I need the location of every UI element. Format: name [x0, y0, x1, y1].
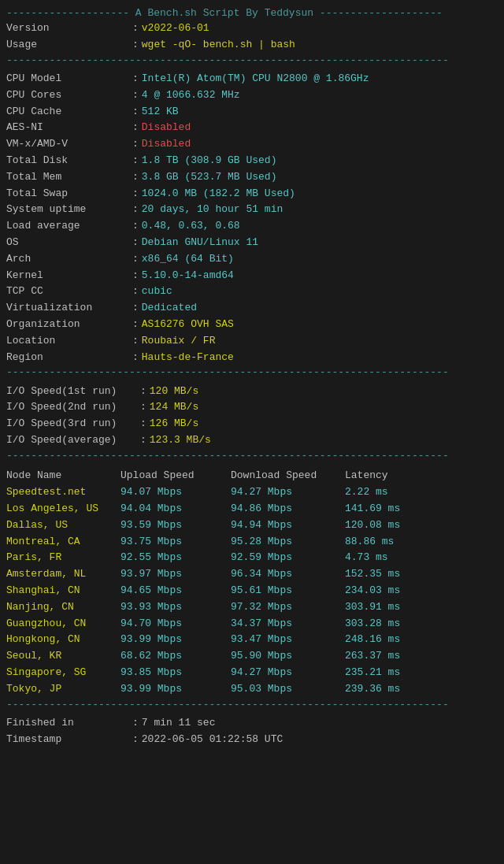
version-label: Version: [6, 20, 132, 37]
network-upload-speed: 93.59 Mbps: [120, 517, 231, 534]
system-row: Region : Hauts-de-France: [6, 350, 498, 366]
network-table-row: Guangzhou, CN94.70 Mbps34.37 Mbps303.28 …: [6, 616, 498, 632]
system-row: VM-x/AMD-V : Disabled: [6, 136, 498, 153]
network-table-row: Singapore, SG93.85 Mbps94.27 Mbps235.21 …: [6, 665, 498, 681]
network-download-speed: 92.59 Mbps: [231, 550, 345, 566]
version-value: v2022-06-01: [142, 20, 209, 37]
network-table-row: Seoul, KR68.62 Mbps95.90 Mbps263.37 ms: [6, 648, 498, 665]
network-latency: 235.21 ms: [345, 665, 424, 681]
system-row: Location : Roubaix / FR: [6, 333, 498, 350]
system-field-value: 4 @ 1066.632 MHz: [142, 87, 240, 104]
system-field-value: 0.48, 0.63, 0.68: [142, 218, 240, 235]
network-upload-speed: 93.93 Mbps: [120, 599, 231, 616]
network-latency: 303.91 ms: [345, 599, 424, 616]
network-table-row: Hongkong, CN93.99 Mbps93.47 Mbps248.16 m…: [6, 632, 498, 648]
system-field-label: Total Mem: [6, 169, 132, 186]
network-download-speed: 34.37 Mbps: [231, 616, 345, 632]
io-speed-value: 124 MB/s: [150, 399, 198, 416]
network-latency: 263.37 ms: [345, 648, 424, 665]
network-latency: 234.03 ms: [345, 583, 424, 599]
system-field-label: CPU Cores: [6, 87, 132, 104]
system-field-label: Total Swap: [6, 186, 132, 202]
footer-row: Timestamp : 2022-06-05 01:22:58 UTC: [6, 732, 498, 748]
network-node-name: Guangzhou, CN: [6, 616, 120, 632]
system-field-label: AES-NI: [6, 120, 132, 136]
system-field-label: OS: [6, 235, 132, 251]
system-divider-bottom: ----------------------------------------…: [6, 365, 498, 380]
footer-field-label: Timestamp: [6, 732, 132, 748]
system-field-value: cubic: [142, 284, 172, 300]
system-field-label: Arch: [6, 251, 132, 268]
header-divider-top: -------------------- A Bench.sh Script B…: [6, 6, 498, 20]
network-node-name: Shanghai, CN: [6, 583, 120, 599]
network-latency: 303.28 ms: [345, 616, 424, 632]
system-row: Kernel : 5.10.0-14-amd64: [6, 268, 498, 284]
network-node-name: Montreal, CA: [6, 534, 120, 551]
system-field-label: CPU Cache: [6, 104, 132, 121]
system-row: CPU Model : Intel(R) Atom(TM) CPU N2800 …: [6, 71, 498, 87]
system-field-label: Virtualization: [6, 300, 132, 317]
version-row: Version : v2022-06-01: [6, 20, 498, 37]
network-table-row: Speedtest.net94.07 Mbps94.27 Mbps2.22 ms: [6, 484, 498, 501]
system-field-value: Disabled: [142, 120, 191, 136]
system-row: Virtualization : Dedicated: [6, 300, 498, 317]
network-latency: 120.08 ms: [345, 517, 424, 534]
system-row: System uptime : 20 days, 10 hour 51 min: [6, 202, 498, 218]
network-latency: 248.16 ms: [345, 632, 424, 648]
system-row: CPU Cores : 4 @ 1066.632 MHz: [6, 87, 498, 104]
system-field-value: 1024.0 MB (182.2 MB Used): [142, 186, 295, 202]
footer-row: Finished in : 7 min 11 sec: [6, 715, 498, 732]
footer-field-value: 2022-06-05 01:22:58 UTC: [142, 732, 283, 748]
network-node-name: Nanjing, CN: [6, 599, 120, 616]
io-divider-bottom: ----------------------------------------…: [6, 449, 498, 463]
io-section: I/O Speed(1st run) : 120 MB/sI/O Speed(2…: [6, 384, 498, 463]
network-download-speed: 94.94 Mbps: [231, 517, 345, 534]
network-node-name: Paris, FR: [6, 550, 120, 566]
network-table-row: Amsterdam, NL93.97 Mbps96.34 Mbps152.35 …: [6, 566, 498, 583]
io-speed-row: I/O Speed(1st run) : 120 MB/s: [6, 384, 498, 400]
header-section: -------------------- A Bench.sh Script B…: [6, 6, 498, 68]
system-row: CPU Cache : 512 KB: [6, 104, 498, 121]
network-node-name: Speedtest.net: [6, 484, 120, 501]
system-field-value: Hauts-de-France: [142, 350, 234, 366]
network-node-name: Tokyo, JP: [6, 681, 120, 698]
system-row: Load average : 0.48, 0.63, 0.68: [6, 218, 498, 235]
system-row: Arch : x86_64 (64 Bit): [6, 251, 498, 268]
footer-section: Finished in : 7 min 11 secTimestamp : 20…: [6, 715, 498, 748]
network-upload-speed: 93.99 Mbps: [120, 632, 231, 648]
network-download-speed: 94.27 Mbps: [231, 484, 345, 501]
col-header-download: Download Speed: [231, 466, 345, 484]
col-header-upload: Upload Speed: [120, 466, 231, 484]
network-node-name: Los Angeles, US: [6, 501, 120, 517]
system-field-label: VM-x/AMD-V: [6, 136, 132, 153]
network-table-row: Los Angeles, US94.04 Mbps94.86 Mbps141.6…: [6, 501, 498, 517]
system-field-label: Load average: [6, 218, 132, 235]
system-field-label: CPU Model: [6, 71, 132, 87]
system-row: OS : Debian GNU/Linux 11: [6, 235, 498, 251]
io-speed-label: I/O Speed(3rd run): [6, 416, 140, 432]
system-row: AES-NI : Disabled: [6, 120, 498, 136]
network-download-speed: 94.27 Mbps: [231, 665, 345, 681]
system-field-label: Region: [6, 350, 132, 366]
system-field-value: 512 KB: [142, 104, 179, 121]
system-row: Total Mem : 3.8 GB (523.7 MB Used): [6, 169, 498, 186]
network-download-speed: 95.61 Mbps: [231, 583, 345, 599]
system-field-value: 5.10.0-14-amd64: [142, 268, 234, 284]
usage-row: Usage : wget -qO- bench.sh | bash: [6, 37, 498, 54]
footer-field-label: Finished in: [6, 715, 132, 732]
network-latency: 2.22 ms: [345, 484, 424, 501]
io-speed-label: I/O Speed(average): [6, 432, 140, 449]
col-header-latency: Latency: [345, 466, 424, 484]
network-node-name: Dallas, US: [6, 517, 120, 534]
system-field-value: 3.8 GB (523.7 MB Used): [142, 169, 277, 186]
network-table-row: Tokyo, JP93.99 Mbps95.03 Mbps239.36 ms: [6, 681, 498, 698]
network-download-speed: 96.34 Mbps: [231, 566, 345, 583]
network-latency: 88.86 ms: [345, 534, 424, 551]
network-download-speed: 95.28 Mbps: [231, 534, 345, 551]
network-upload-speed: 94.04 Mbps: [120, 501, 231, 517]
system-row: TCP CC : cubic: [6, 284, 498, 300]
io-speed-value: 120 MB/s: [150, 384, 198, 400]
network-download-speed: 95.90 Mbps: [231, 648, 345, 665]
footer-field-value: 7 min 11 sec: [142, 715, 216, 732]
system-field-value: Roubaix / FR: [142, 333, 216, 350]
